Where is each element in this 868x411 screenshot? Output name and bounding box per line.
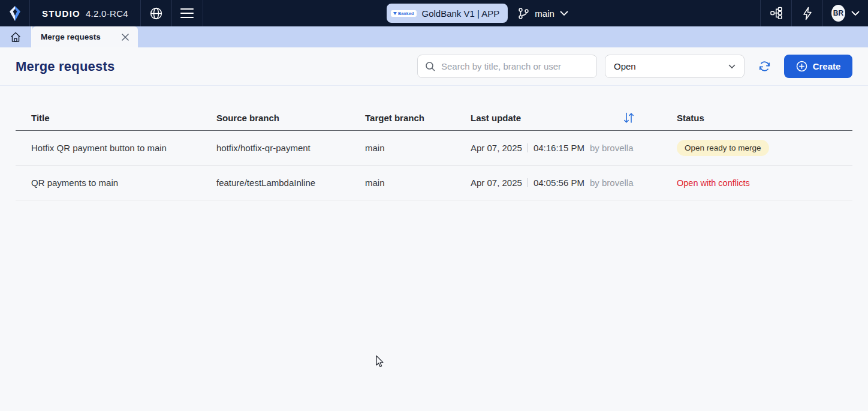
search-box: [417, 55, 597, 78]
merge-requests-table: Title Source branch Target branch Last u…: [16, 105, 852, 200]
refresh-icon: [758, 59, 771, 73]
user-menu[interactable]: BR: [822, 0, 868, 26]
sitemap-icon: [770, 7, 783, 20]
navbar-center: Banked GoldBank V1 | APP main: [387, 0, 568, 26]
user-chevron-down-icon: [851, 11, 860, 16]
create-button[interactable]: Create: [784, 55, 852, 78]
quick-actions-button[interactable]: [791, 0, 822, 26]
mr-date: Apr 07, 2025: [471, 143, 522, 153]
column-header-last-update: Last update: [471, 113, 521, 123]
status-badge: Open ready to merge: [677, 140, 769, 156]
mr-last-update: Apr 07, 2025 04:05:56 PM by brovella: [471, 178, 677, 188]
user-avatar: BR: [831, 5, 845, 22]
table-header-row: Title Source branch Target branch Last u…: [16, 105, 852, 131]
create-button-label: Create: [813, 61, 841, 71]
status-filter-value: Open: [614, 61, 728, 71]
home-icon: [10, 31, 22, 43]
branch-name: main: [535, 8, 554, 19]
column-header-title: Title: [16, 113, 216, 123]
dropdown-chevron-down-icon: [728, 64, 736, 69]
mr-author: by brovella: [590, 143, 634, 153]
home-tab[interactable]: [0, 26, 31, 47]
app-window: STUDIO 4.2.0-RC4: [0, 0, 868, 411]
mr-last-update: Apr 07, 2025 04:16:15 PM by brovella: [471, 143, 677, 153]
mr-target-branch: main: [365, 143, 471, 153]
search-icon: [425, 61, 436, 72]
mr-title: Hotfix QR payment button to main: [16, 143, 216, 153]
mr-time: 04:16:15 PM: [534, 143, 584, 153]
tab-close-icon[interactable]: [121, 33, 129, 41]
page-header: Merge requests Open: [0, 47, 868, 86]
table-row[interactable]: QR payments to main feature/testLambdaIn…: [16, 166, 852, 200]
lightning-bolt-icon: [802, 7, 813, 20]
banked-logo-icon: [393, 12, 397, 15]
sort-last-update-button[interactable]: [622, 110, 636, 125]
mr-target-branch: main: [365, 178, 471, 188]
page-title: Merge requests: [16, 59, 114, 74]
date-time-divider: [528, 178, 528, 187]
mouse-cursor: [376, 355, 385, 368]
sort-arrows-icon: [623, 112, 635, 124]
mr-author: by brovella: [590, 178, 634, 188]
studio-logo: [0, 0, 30, 26]
git-branch-icon: [518, 7, 529, 20]
app-selector-chip[interactable]: Banked GoldBank V1 | APP: [387, 4, 508, 23]
globe-icon: [149, 6, 164, 21]
mr-date: Apr 07, 2025: [471, 178, 522, 188]
sitemap-button[interactable]: [760, 0, 791, 26]
status-text: Open with conflicts: [677, 178, 750, 188]
mr-status-cell: Open ready to merge: [677, 140, 852, 156]
plus-circle-icon: [796, 61, 807, 72]
header-controls: Open: [417, 55, 852, 79]
column-header-status: Status: [677, 113, 852, 123]
navbar-right: BR: [760, 0, 868, 26]
studio-logo-icon: [8, 5, 22, 22]
app-name-label: GoldBank V1 | APP: [422, 8, 500, 19]
banked-logo-badge: Banked: [391, 10, 417, 17]
brand-name: STUDIO: [42, 8, 80, 19]
branch-selector[interactable]: main: [518, 7, 568, 20]
branch-chevron-down-icon: [560, 11, 568, 16]
date-time-divider: [528, 143, 528, 152]
main-menu-button[interactable]: [172, 0, 203, 26]
refresh-button[interactable]: [752, 55, 776, 79]
column-header-source-branch: Source branch: [216, 113, 365, 123]
mr-status-cell: Open with conflicts: [677, 178, 852, 188]
tab-label: Merge requests: [41, 32, 115, 41]
language-globe-button[interactable]: [141, 0, 172, 26]
status-filter-dropdown[interactable]: Open: [605, 55, 745, 78]
tab-merge-requests[interactable]: Merge requests: [32, 26, 138, 47]
banked-logo-text: Banked: [398, 11, 414, 16]
hamburger-icon: [180, 8, 194, 19]
column-header-target-branch: Target branch: [365, 113, 471, 123]
brand-block: STUDIO 4.2.0-RC4: [30, 0, 141, 26]
column-header-last-update-wrap: Last update: [471, 110, 677, 125]
tab-bar: Merge requests: [0, 26, 868, 47]
mr-source-branch: feature/testLambdaInline: [216, 178, 365, 188]
mr-source-branch: hotfix/hotfix-qr-payment: [216, 143, 365, 153]
mr-title: QR payments to main: [16, 178, 216, 188]
mr-time: 04:05:56 PM: [534, 178, 584, 188]
search-input[interactable]: [441, 61, 589, 71]
top-navbar: STUDIO 4.2.0-RC4: [0, 0, 868, 26]
table-row[interactable]: Hotfix QR payment button to main hotfix/…: [16, 131, 852, 166]
brand-version: 4.2.0-RC4: [86, 8, 128, 19]
